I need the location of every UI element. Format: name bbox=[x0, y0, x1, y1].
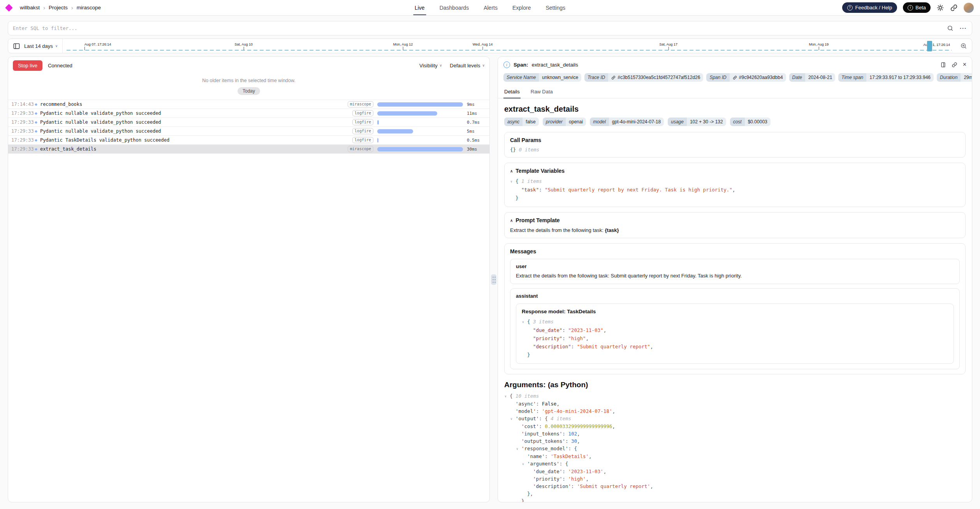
item-duration: 5ms bbox=[467, 129, 486, 134]
span-diamond-icon: ◆ bbox=[35, 111, 37, 115]
timeline-zoom-button[interactable] bbox=[955, 39, 972, 53]
prompt-template-title[interactable]: ∧ Prompt Template bbox=[510, 217, 960, 223]
tab-live[interactable]: Live bbox=[415, 0, 425, 15]
copy-link-icon[interactable] bbox=[952, 62, 957, 68]
close-icon[interactable]: × bbox=[963, 61, 966, 68]
trace-list: 17:14:43◆recommend_booksmirascope9ms17:2… bbox=[8, 100, 489, 154]
duration-bar bbox=[377, 138, 463, 142]
chevron-down-icon: ∨ bbox=[55, 44, 58, 48]
stop-live-button[interactable]: Stop live bbox=[13, 60, 42, 71]
splitter-grip-icon[interactable] bbox=[491, 274, 496, 285]
day-divider-badge: Today bbox=[238, 87, 260, 95]
item-timestamp: 17:29:33 bbox=[11, 128, 34, 134]
visibility-dropdown[interactable]: Visibility ∨ bbox=[419, 63, 442, 68]
timeline-tick: Wed, Aug 14 bbox=[473, 42, 493, 50]
trace-list-item[interactable]: 17:29:33◆Pydantic TaskDetails validate_p… bbox=[8, 136, 489, 145]
call-params-card: Call Params {} 0 items bbox=[504, 132, 966, 158]
response-model-card: Response model: TaskDetails ∨{ 3 items"d… bbox=[516, 304, 954, 364]
item-duration: 0.7ms bbox=[467, 120, 486, 125]
sql-filter-input[interactable] bbox=[8, 21, 972, 35]
attr-pill-async: asyncfalse bbox=[504, 118, 539, 126]
link-icon bbox=[611, 75, 616, 80]
item-timestamp: 17:29:33 bbox=[11, 111, 34, 116]
template-variables-title[interactable]: ∧ Template Variables bbox=[510, 168, 960, 174]
messages-card: Messages user Extract the details from t… bbox=[504, 243, 966, 374]
timeline-selection[interactable] bbox=[927, 41, 932, 51]
item-timestamp: 17:29:33 bbox=[11, 137, 34, 143]
dock-panel-icon[interactable] bbox=[940, 62, 946, 68]
chevron-down-icon: ∨ bbox=[440, 63, 442, 67]
breadcrumb-item-mirascope[interactable]: mirascope bbox=[77, 5, 101, 11]
breadcrumb: willbakst›Projects›mirascope bbox=[6, 5, 101, 11]
duration-bar bbox=[377, 120, 463, 125]
response-model-title: Response model: TaskDetails bbox=[522, 309, 948, 314]
timeline-tick: Mon, Aug 19 bbox=[809, 42, 829, 50]
chevron-down-icon: ∨ bbox=[482, 63, 485, 67]
attr-pill-model: modelgpt-4o-mini-2024-07-18 bbox=[590, 118, 664, 126]
time-range-dropdown[interactable]: Last 14 days ∨ bbox=[24, 43, 58, 49]
span-detail-body: extract_task_details asyncfalseprovidero… bbox=[498, 98, 972, 502]
link-icon bbox=[733, 75, 737, 80]
trace-list-item[interactable]: 17:29:33◆Pydantic nullable validate_pyth… bbox=[8, 127, 489, 136]
collapse-icon: ∧ bbox=[510, 218, 513, 223]
meta-pill-time-span: Time span17:29:33.917 to 17:29:33.946 bbox=[838, 73, 934, 82]
timeline-tick: Mon, Aug 12 bbox=[393, 42, 413, 50]
item-duration: 0.5ms bbox=[467, 138, 486, 143]
beta-button[interactable]: i Beta bbox=[903, 2, 931, 13]
call-params-title: Call Params bbox=[510, 137, 960, 143]
user-avatar[interactable] bbox=[964, 3, 974, 13]
tab-explore[interactable]: Explore bbox=[512, 0, 531, 15]
message-role: assistant bbox=[516, 293, 954, 299]
timeline-ruler[interactable]: Aug 07, 17:26:14 Aug 21, 17:26:14 Sat, A… bbox=[67, 39, 952, 53]
breadcrumb-item-projects[interactable]: Projects bbox=[49, 5, 68, 11]
user-message-card: user Extract the details from the follow… bbox=[510, 259, 960, 284]
trace-list-item[interactable]: 17:29:33◆extract_task_detailsmirascope30… bbox=[8, 145, 489, 154]
topbar-actions: ? Feedback / Help i Beta bbox=[842, 2, 974, 13]
template-variables-json: ∨{ 1 items"task": "Submit quarterly repo… bbox=[510, 177, 960, 202]
span-detail-tabs: DetailsRaw Data bbox=[498, 86, 972, 98]
span-title: extract_task_details bbox=[504, 105, 966, 114]
span-meta-row: Service Nameunknown_serviceTrace ID#c3b5… bbox=[498, 72, 972, 86]
share-link-icon[interactable] bbox=[950, 4, 958, 12]
trace-list-item[interactable]: 17:29:33◆Pydantic nullable validate_pyth… bbox=[8, 109, 489, 118]
panel-splitter[interactable] bbox=[490, 56, 498, 502]
question-circle-icon: ? bbox=[847, 5, 853, 11]
duration-bar bbox=[377, 147, 463, 151]
breadcrumb-item-willbakst[interactable]: willbakst bbox=[20, 5, 40, 11]
breadcrumb-separator: › bbox=[71, 5, 73, 11]
levels-dropdown[interactable]: Default levels ∨ bbox=[450, 63, 485, 68]
sidebar-toggle-icon[interactable] bbox=[13, 42, 20, 50]
zoom-in-icon bbox=[960, 42, 967, 49]
detail-tab-raw-data[interactable]: Raw Data bbox=[530, 86, 554, 98]
span-name: extract_task_details bbox=[532, 62, 578, 68]
item-name: recommend_books bbox=[40, 102, 348, 107]
trace-list-item[interactable]: 17:14:43◆recommend_booksmirascope9ms bbox=[8, 100, 489, 109]
scope-tag: mirascope bbox=[348, 146, 373, 152]
template-variables-card: ∧ Template Variables ∨{ 1 items"task": "… bbox=[504, 163, 966, 207]
arguments-heading: Arguments: (as Python) bbox=[504, 381, 966, 389]
more-options-icon[interactable]: ··· bbox=[960, 25, 967, 32]
scope-tag: mirascope bbox=[348, 101, 373, 107]
timeline-tick: Sat, Aug 10 bbox=[235, 42, 253, 50]
item-timestamp: 17:14:43 bbox=[11, 102, 34, 107]
prompt-template-text: Extract the details from the following t… bbox=[510, 227, 960, 233]
tab-settings[interactable]: Settings bbox=[545, 0, 565, 15]
meta-pill-date: Date2024-08-21 bbox=[789, 73, 836, 82]
tab-dashboards[interactable]: Dashboards bbox=[440, 0, 469, 15]
sql-filter-row: ··· bbox=[8, 21, 972, 35]
tab-alerts[interactable]: Alerts bbox=[484, 0, 498, 15]
logfire-logo-icon[interactable] bbox=[5, 4, 13, 12]
theme-toggle-icon[interactable] bbox=[936, 4, 944, 12]
scope-tag: logfire bbox=[352, 110, 373, 116]
item-name: Pydantic nullable validate_python succee… bbox=[40, 128, 352, 134]
feedback-help-button[interactable]: ? Feedback / Help bbox=[842, 2, 897, 13]
item-timestamp: 17:29:33 bbox=[11, 119, 34, 125]
detail-tab-details[interactable]: Details bbox=[503, 86, 521, 98]
prompt-template-card: ∧ Prompt Template Extract the details fr… bbox=[504, 212, 966, 238]
item-name: extract_task_details bbox=[40, 146, 348, 152]
search-icon[interactable] bbox=[947, 25, 954, 32]
span-attributes-row: asyncfalseprovideropenaimodelgpt-4o-mini… bbox=[504, 118, 966, 126]
trace-list-item[interactable]: 17:29:33◆Pydantic nullable validate_pyth… bbox=[8, 118, 489, 127]
timeline-start-tick: Aug 07, 17:26:14 bbox=[84, 42, 111, 50]
item-name: Pydantic nullable validate_python succee… bbox=[40, 111, 352, 116]
